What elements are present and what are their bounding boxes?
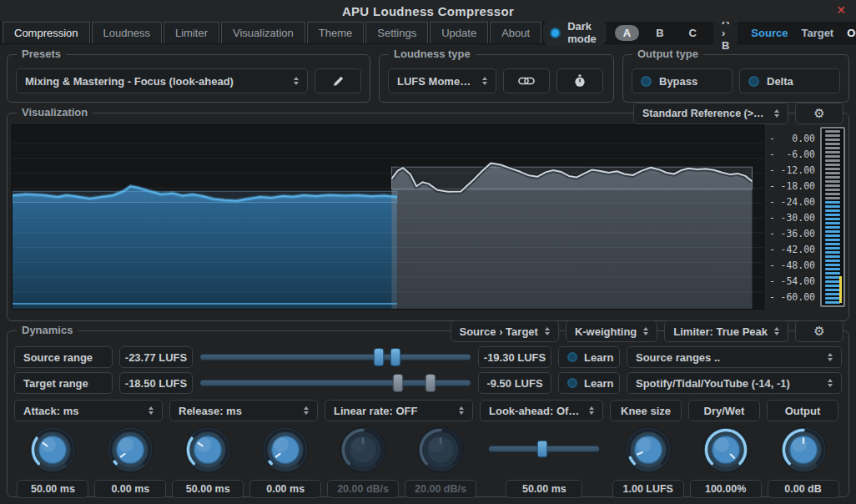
meter-segment: [825, 293, 840, 295]
output-gain-value[interactable]: 0.00 dB: [768, 480, 839, 498]
spinner-arrows-icon: [828, 379, 833, 387]
spinner-arrows-icon: [149, 406, 154, 415]
dynamics-settings-button[interactable]: ⚙: [795, 320, 843, 342]
attack-hold-value[interactable]: 0.00 ms: [94, 480, 166, 498]
pencil-icon: [332, 75, 345, 88]
tab-limiter[interactable]: Limiter: [164, 22, 219, 43]
source-range-button[interactable]: Source range: [14, 346, 113, 368]
meter-segment: [825, 168, 840, 170]
source-ranges-select[interactable]: Source ranges ..: [627, 346, 842, 368]
lookahead-value[interactable]: 50.00 ms: [506, 480, 582, 498]
target-learn-button[interactable]: Learn: [558, 372, 620, 394]
dynamics-group-label: Dynamics: [17, 324, 78, 336]
source-learn-button[interactable]: Learn: [558, 346, 620, 368]
lookahead-column: 50.00 ms: [479, 426, 609, 498]
attack-mode-value: Attack: ms: [23, 405, 142, 417]
dark-mode-label: Dark mode: [567, 20, 597, 45]
knee-size-knob[interactable]: [624, 426, 672, 474]
knee-size-value[interactable]: 1.00 LUFS: [612, 480, 684, 498]
source-range-high-value[interactable]: -19.30 LUFS: [478, 346, 551, 368]
source-range-low-value[interactable]: -23.77 LUFS: [119, 346, 193, 368]
linear-rate-down-value[interactable]: 20.00 dB/s: [405, 480, 476, 498]
target-range-max-handle[interactable]: [425, 374, 436, 392]
dark-mode-toggle[interactable]: Dark mode: [543, 18, 607, 47]
knee-size-header[interactable]: Knee size: [610, 400, 682, 421]
release-hold-value[interactable]: 0.00 ms: [249, 480, 321, 498]
meter-segment: [825, 297, 840, 300]
preset-select[interactable]: Mixing & Mastering - Focus (look-ahead): [16, 68, 308, 93]
dry-wet-value[interactable]: 100.00%: [690, 480, 762, 498]
learn-label: Learn: [584, 377, 613, 390]
output-header[interactable]: Output: [767, 400, 838, 421]
release-time-value[interactable]: 50.00 ms: [172, 480, 244, 498]
linear-rate-down-column: 20.00 dB/s: [402, 426, 480, 498]
preset-slot-a-button[interactable]: A: [615, 25, 639, 41]
linear-rate-down-knob[interactable]: [416, 426, 465, 474]
lookahead-slider[interactable]: [488, 440, 600, 458]
loudness-type-select[interactable]: LUFS Momentary: [388, 68, 496, 93]
reference-select[interactable]: Standard Reference (>= -60): [633, 103, 788, 124]
lookahead-mode-select[interactable]: Look-ahead: Offset: [480, 400, 603, 421]
target-range-slider[interactable]: [199, 374, 471, 392]
routing-select-value: Source › Target: [460, 325, 538, 338]
attack-time-knob[interactable]: [28, 426, 77, 474]
tab-theme[interactable]: Theme: [307, 22, 364, 43]
target-ranges-select[interactable]: Spotify/Tidal/YouTube (-14, -1): [627, 372, 842, 394]
loudness-link-button[interactable]: [503, 68, 550, 93]
meter-segment: [825, 272, 840, 275]
preset-slot-b-button[interactable]: B: [647, 25, 672, 41]
source-range-max-handle[interactable]: [390, 348, 400, 366]
output-type-delta-option[interactable]: Delta: [739, 68, 840, 93]
attack-mode-select[interactable]: Attack: ms: [14, 400, 163, 421]
tab-loudness[interactable]: Loudness: [92, 22, 162, 43]
tab-settings[interactable]: Settings: [365, 22, 428, 43]
lookahead-handle[interactable]: [536, 441, 547, 458]
output-type-bypass-option[interactable]: Bypass: [632, 68, 733, 93]
tab-visualization[interactable]: Visualization: [221, 22, 305, 43]
target-range-button[interactable]: Target range: [14, 372, 113, 394]
target-range-min-handle[interactable]: [392, 374, 403, 392]
axis-tick-label: --60.00: [769, 293, 815, 301]
monitor-source-button[interactable]: Source: [751, 27, 788, 39]
release-time-knob[interactable]: [184, 426, 232, 474]
release-hold-knob[interactable]: [261, 426, 310, 474]
routing-select[interactable]: Source › Target: [451, 320, 559, 342]
limiter-select[interactable]: Limiter: True Peak: [664, 320, 788, 342]
loudness-timer-button[interactable]: [556, 68, 603, 93]
tab-compression[interactable]: Compression: [3, 22, 90, 43]
tab-label: Update: [441, 27, 476, 39]
dry-wet-knob[interactable]: [702, 426, 750, 474]
preset-edit-button[interactable]: [315, 68, 361, 93]
source-range-min-handle[interactable]: [374, 348, 385, 366]
tab-about[interactable]: About: [490, 22, 541, 43]
target-range-low-value[interactable]: -18.50 LUFS: [119, 372, 193, 394]
dry-wet-header[interactable]: Dry/Wet: [688, 400, 760, 421]
preset-slot-c-button[interactable]: C: [681, 25, 705, 41]
monitor-target-button[interactable]: Target: [801, 27, 833, 39]
monitor-output-button[interactable]: Output: [847, 27, 856, 39]
source-range-slider[interactable]: [199, 348, 471, 366]
attack-time-value[interactable]: 50.00 ms: [17, 480, 88, 498]
loudness-chart: [12, 124, 764, 310]
source-ranges-value: Source ranges ..: [636, 351, 821, 364]
release-mode-select[interactable]: Release: ms: [169, 400, 318, 421]
close-icon[interactable]: ✕: [836, 3, 846, 17]
meter-segment: [825, 276, 840, 279]
attack-hold-knob[interactable]: [106, 426, 154, 474]
axis-tick-label: --48.00: [769, 261, 815, 270]
visualization-settings-button[interactable]: ⚙: [795, 103, 843, 124]
meter-segment: [825, 280, 840, 283]
meter-segment: [825, 180, 840, 183]
linear-rate-up-knob[interactable]: [339, 426, 387, 474]
dark-mode-radio-icon: [550, 28, 561, 38]
weighting-select[interactable]: K-weighting: [566, 320, 657, 342]
linear-rate-up-value[interactable]: 20.00 dB/s: [327, 480, 399, 498]
output-gain-knob[interactable]: [779, 426, 828, 474]
spinner-arrows-icon: [304, 406, 309, 415]
target-range-high-value[interactable]: -9.50 LUFS: [478, 372, 551, 394]
spinner-arrows-icon: [643, 327, 648, 335]
tab-update[interactable]: Update: [430, 22, 488, 43]
linear-rate-select[interactable]: Linear rate: OFF: [325, 400, 473, 421]
slider-track[interactable]: [199, 354, 471, 361]
visualization-group: Visualization Standard Reference (>= -60…: [7, 113, 849, 321]
